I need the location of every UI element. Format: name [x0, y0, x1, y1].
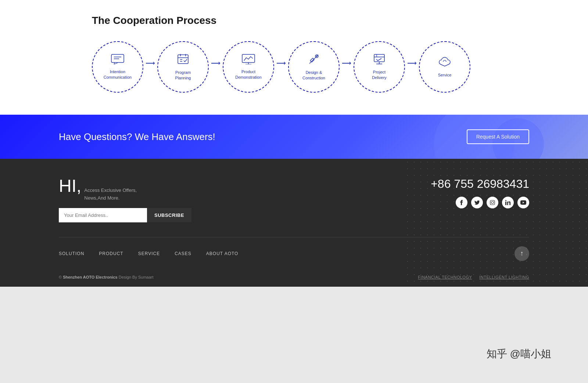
section-title: The Cooperation Process [92, 15, 496, 26]
nav-cases[interactable]: CASES [175, 251, 191, 256]
instagram-icon[interactable] [487, 197, 498, 208]
process-circle-2: ProgramPlanning [157, 41, 209, 93]
hi-greeting: HI, Access Exclusive Offers, News,And Mo… [59, 177, 191, 202]
process-label-2: ProgramPlanning [175, 70, 191, 80]
scroll-top-button[interactable]: ↑ [514, 246, 529, 261]
process-circle-1: IntentionCommunication [92, 41, 143, 93]
svg-rect-22 [490, 200, 495, 205]
banner-text: Have Questions? We Have Answers! [59, 131, 215, 143]
intention-icon [111, 54, 124, 66]
svg-rect-0 [111, 54, 124, 62]
footer-nav: SOLUTION PRODUCT SERVICE CASES ABOUT AOT… [59, 237, 529, 270]
twitter-icon[interactable] [471, 197, 483, 208]
email-subscription-row: SUBSCRIBE [59, 208, 191, 222]
arrow-5: ⟶ [405, 59, 419, 67]
linkedin-icon[interactable] [502, 197, 514, 208]
hi-subtitle: Access Exclusive Offers, News,And More. [84, 187, 137, 202]
arrow-4: ⟶ [340, 59, 354, 67]
service-icon [439, 56, 451, 69]
process-circle-4: Design &Construction [288, 41, 340, 93]
footer-top: HI, Access Exclusive Offers, News,And Mo… [59, 177, 529, 222]
svg-rect-13 [310, 58, 314, 62]
process-step-3: ProductDemonstration [223, 41, 274, 93]
process-circle-6: Service [419, 41, 470, 93]
subscribe-button[interactable]: SUBSCRIBE [147, 208, 191, 222]
process-circle-3: ProductDemonstration [223, 41, 274, 93]
process-label-5: ProjectDelivery [372, 69, 387, 80]
nav-product[interactable]: PRODUCT [99, 251, 123, 256]
hi-subtitle-line2: News,And More. [84, 195, 119, 201]
process-label-4: Design &Construction [302, 70, 325, 80]
demo-icon [242, 54, 255, 66]
arrow-2: ⟶ [209, 59, 223, 67]
process-label-3: ProductDemonstration [235, 69, 262, 80]
footer-right: +86 755 26983431 [431, 177, 529, 208]
nav-solution[interactable]: SOLUTION [59, 251, 84, 256]
footer-links: SOLUTION PRODUCT SERVICE CASES ABOUT AOT… [59, 251, 238, 256]
process-row: IntentionCommunication ⟶ [92, 41, 496, 93]
youtube-icon[interactable] [517, 197, 529, 208]
arrow-1: ⟶ [143, 59, 157, 67]
email-input[interactable] [59, 208, 147, 222]
social-icons-row [431, 197, 529, 208]
process-step-1: IntentionCommunication [92, 41, 143, 93]
tag-financial-tech[interactable]: FINANCIAL TECHNOLOGY [418, 275, 472, 279]
facebook-icon[interactable] [456, 197, 467, 208]
nav-service[interactable]: SERVICE [138, 251, 160, 256]
svg-rect-17 [374, 54, 384, 62]
copyright-text: © Shenzhen AOTO Electronics Design By Su… [59, 275, 154, 279]
process-label-6: Service [438, 72, 452, 78]
svg-point-26 [505, 200, 506, 201]
process-circle-5: ProjectDelivery [354, 41, 405, 93]
footer-bottom: © Shenzhen AOTO Electronics Design By Su… [59, 270, 529, 287]
process-step-4: Design &Construction [288, 41, 340, 93]
hi-big-text: HI, [59, 177, 81, 195]
request-solution-button[interactable]: Request A Solution [467, 129, 529, 144]
process-step-5: ProjectDelivery [354, 41, 405, 93]
phone-number: +86 755 26983431 [431, 177, 529, 191]
hi-subtitle-line1: Access Exclusive Offers, [84, 187, 137, 193]
watermark: 知乎 @喵小姐 [487, 347, 551, 361]
arrow-3: ⟶ [274, 59, 288, 67]
design-icon [308, 53, 320, 67]
svg-point-24 [494, 201, 494, 201]
process-step-6: Service [419, 41, 470, 93]
blue-banner: Have Questions? We Have Answers! Request… [0, 115, 588, 159]
svg-point-23 [491, 201, 494, 204]
planning-icon [177, 53, 189, 67]
tag-intelligent-lighting[interactable]: INTELLIGENT LIGHTING [479, 275, 529, 279]
svg-rect-25 [505, 202, 506, 205]
footer-left: HI, Access Exclusive Offers, News,And Mo… [59, 177, 191, 222]
nav-about[interactable]: ABOUT AOTO [206, 251, 239, 256]
delivery-icon [373, 54, 385, 67]
footer-tags: FINANCIAL TECHNOLOGY INTELLIGENT LIGHTIN… [418, 275, 529, 279]
footer-section: HI, Access Exclusive Offers, News,And Mo… [0, 159, 588, 287]
process-label-1: IntentionCommunication [104, 69, 132, 80]
svg-rect-3 [178, 55, 188, 64]
process-step-2: ProgramPlanning [157, 41, 209, 93]
cooperation-section: The Cooperation Process IntentionCommuni… [0, 0, 588, 115]
